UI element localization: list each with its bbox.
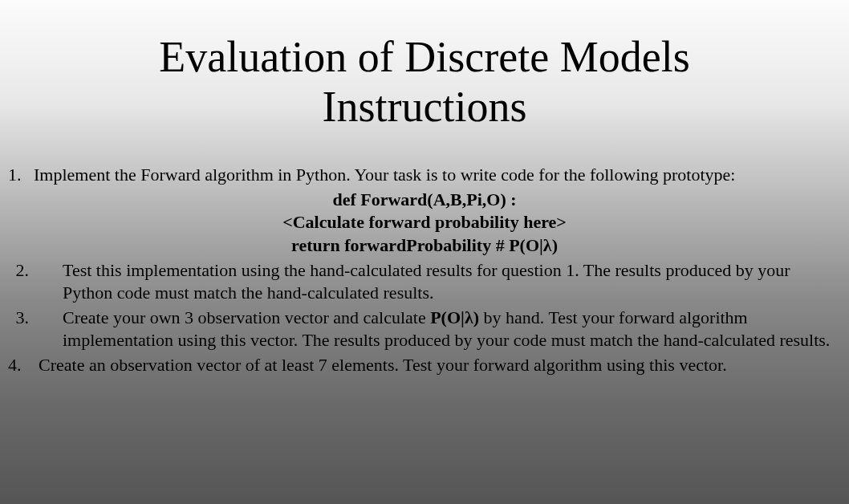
- list-item: 3. Create your own 3 observation vector …: [8, 307, 841, 352]
- code-line: <Calculate forward probability here>: [8, 211, 841, 234]
- title-line-2: Instructions: [0, 82, 849, 132]
- slide-title: Evaluation of Discrete Models Instructio…: [0, 0, 849, 156]
- item-text: Create your own 3 observation vector and…: [43, 307, 841, 352]
- item-text-before: Create your own 3 observation vector and…: [63, 307, 430, 327]
- item-number: 2.: [8, 259, 43, 305]
- item-number: 1.: [8, 164, 34, 187]
- item-text: Create an observation vector of at least…: [34, 354, 841, 377]
- formula-bold: P(O|λ): [430, 307, 479, 327]
- code-prototype: def Forward(A,B,Pi,O) : <Calculate forwa…: [8, 189, 841, 258]
- item-text: Implement the Forward algorithm in Pytho…: [34, 164, 841, 187]
- code-line: def Forward(A,B,Pi,O) :: [8, 189, 841, 212]
- list-item: 4. Create an observation vector of at le…: [8, 354, 841, 377]
- instructions-list: 1. Implement the Forward algorithm in Py…: [0, 156, 849, 376]
- item-number: 4.: [8, 354, 34, 377]
- item-number: 3.: [8, 307, 43, 352]
- title-line-1: Evaluation of Discrete Models: [0, 32, 849, 82]
- code-line: return forwardProbability # P(O|λ): [8, 234, 841, 258]
- item-text: Test this implementation using the hand-…: [43, 259, 841, 305]
- list-item: 2. Test this implementation using the ha…: [8, 259, 841, 305]
- list-item: 1. Implement the Forward algorithm in Py…: [8, 164, 841, 187]
